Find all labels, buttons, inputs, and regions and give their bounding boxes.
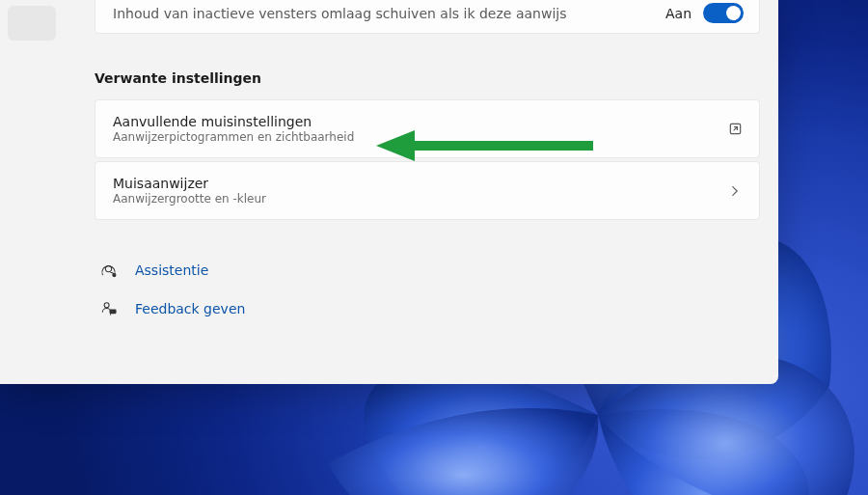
setting-mouse-pointer[interactable]: Muisaanwijzer Aanwijzergrootte en -kleur <box>95 161 760 220</box>
setting-title: Aanvullende muisinstellingen <box>113 114 711 129</box>
setting-subtitle: Aanwijzergrootte en -kleur <box>113 192 711 206</box>
link-assist[interactable]: ? Assistentie <box>95 251 760 289</box>
setting-title: Muisaanwijzer <box>113 176 711 191</box>
sidebar <box>8 0 66 48</box>
settings-window: Inhoud van inactieve vensters omlaag sch… <box>0 0 778 384</box>
setting-additional-mouse[interactable]: Aanvullende muisinstellingen Aanwijzerpi… <box>95 99 760 158</box>
help-links: ? Assistentie Feedback geven <box>95 251 760 328</box>
help-icon: ? <box>98 261 118 280</box>
setting-subtitle: Aanwijzerpictogrammen en zichtbaarheid <box>113 130 711 144</box>
feedback-icon <box>98 299 118 318</box>
svg-text:?: ? <box>113 273 115 277</box>
link-label: Feedback geven <box>135 301 245 316</box>
toggle-state-label: Aan <box>665 6 692 21</box>
setting-scroll-inactive[interactable]: Inhoud van inactieve vensters omlaag sch… <box>95 0 760 34</box>
svg-point-4 <box>104 302 109 307</box>
settings-content: Inhoud van inactieve vensters omlaag sch… <box>95 0 760 384</box>
svg-point-1 <box>105 265 111 271</box>
toggle-knob <box>726 6 741 20</box>
sidebar-item[interactable] <box>8 6 56 41</box>
toggle-switch[interactable] <box>703 3 744 23</box>
setting-title: Inhoud van inactieve vensters omlaag sch… <box>113 6 665 21</box>
link-feedback[interactable]: Feedback geven <box>95 289 760 328</box>
external-link-icon <box>726 121 744 138</box>
chevron-right-icon <box>726 182 744 200</box>
toggle-container: Aan <box>665 3 744 23</box>
link-label: Assistentie <box>135 262 208 278</box>
section-header-related: Verwante instellingen <box>95 70 760 86</box>
svg-rect-5 <box>109 309 116 314</box>
